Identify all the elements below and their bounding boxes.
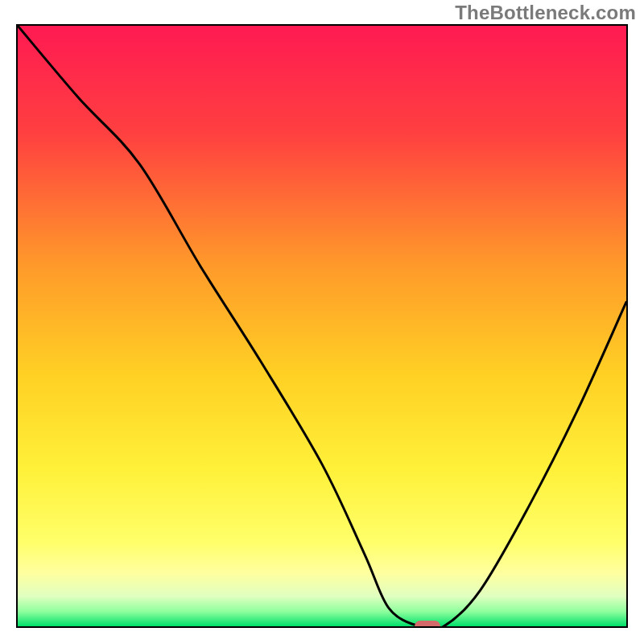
plot-frame — [16, 24, 628, 628]
chart-container: TheBottleneck.com — [0, 0, 644, 644]
optimal-marker — [415, 621, 440, 628]
bottleneck-curve — [18, 26, 626, 626]
watermark-text: TheBottleneck.com — [455, 2, 636, 24]
